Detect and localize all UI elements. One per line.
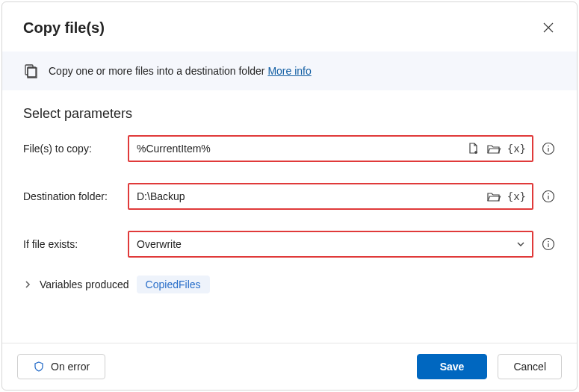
on-error-label: On error <box>51 361 90 373</box>
variables-expand-toggle[interactable] <box>23 280 32 289</box>
variable-icon[interactable]: {x} <box>507 190 526 202</box>
copy-files-icon <box>23 63 38 78</box>
close-button[interactable] <box>536 16 560 40</box>
info-button[interactable] <box>541 141 556 156</box>
save-label: Save <box>440 361 465 373</box>
variable-icon[interactable]: {x} <box>507 143 526 155</box>
save-button[interactable]: Save <box>417 354 488 379</box>
cancel-label: Cancel <box>513 361 546 373</box>
destination-folder-label: Destination folder: <box>23 190 128 202</box>
folder-open-icon[interactable] <box>486 190 501 203</box>
row-if-file-exists: If file exists: Overwrite <box>23 231 556 258</box>
dialog-title: Copy file(s) <box>23 19 105 37</box>
close-icon <box>543 22 554 33</box>
row-destination-folder: Destination folder: {x} <box>23 183 556 210</box>
dialog-description-text: Copy one or more files into a destinatio… <box>49 65 312 77</box>
on-error-button[interactable]: On error <box>17 354 105 379</box>
variables-produced-row: Variables produced CopiedFiles <box>23 276 556 293</box>
files-to-copy-field[interactable]: {x} <box>128 135 533 162</box>
if-file-exists-select[interactable]: Overwrite <box>128 231 533 258</box>
parameters-section: Select parameters File(s) to copy: <box>2 91 577 293</box>
row-files-to-copy: File(s) to copy: <box>23 135 556 162</box>
info-button[interactable] <box>541 237 556 252</box>
variables-produced-label: Variables produced <box>40 279 129 290</box>
parameters-heading: Select parameters <box>23 106 556 122</box>
copy-files-dialog: Copy file(s) Copy one or more files into… <box>1 1 578 391</box>
variable-chip-copiedfiles[interactable]: CopiedFiles <box>137 276 210 293</box>
dialog-footer: On error Save Cancel <box>2 343 577 390</box>
files-to-copy-input[interactable] <box>137 143 467 155</box>
destination-folder-field[interactable]: {x} <box>128 183 533 210</box>
dialog-description-label: Copy one or more files into a destinatio… <box>49 65 265 77</box>
dialog-header: Copy file(s) <box>2 2 577 52</box>
dialog-description-bar: Copy one or more files into a destinatio… <box>2 52 577 91</box>
chevron-down-icon[interactable] <box>515 239 526 249</box>
file-picker-icon[interactable] <box>467 142 480 155</box>
cancel-button[interactable]: Cancel <box>498 354 562 379</box>
more-info-link[interactable]: More info <box>267 65 311 77</box>
info-button[interactable] <box>541 189 556 204</box>
if-file-exists-value: Overwrite <box>137 238 515 250</box>
folder-open-icon[interactable] <box>486 142 501 155</box>
shield-icon <box>33 361 45 373</box>
files-to-copy-label: File(s) to copy: <box>23 143 128 155</box>
svg-point-3 <box>548 146 549 147</box>
destination-folder-input[interactable] <box>137 190 486 202</box>
svg-point-7 <box>548 241 549 243</box>
if-file-exists-label: If file exists: <box>23 238 128 250</box>
svg-point-5 <box>548 193 549 195</box>
